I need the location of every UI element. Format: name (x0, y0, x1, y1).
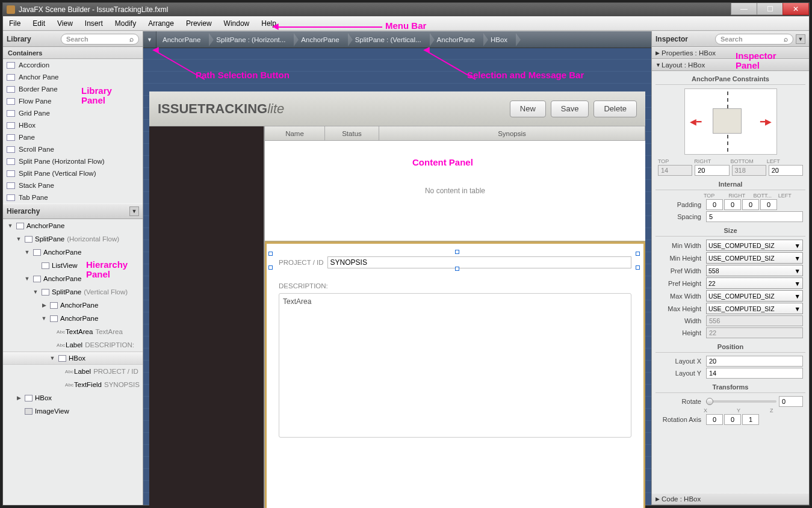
tree-row[interactable]: ▶AnchorPane (3, 299, 143, 312)
description-textarea[interactable]: TextArea (279, 293, 631, 438)
tree-row[interactable]: ▼AnchorPane (3, 219, 143, 232)
tree-row[interactable]: ▼AnchorPane (3, 246, 143, 259)
breadcrumb[interactable]: HBox (485, 31, 517, 48)
library-item[interactable]: Grid Pane (3, 107, 143, 119)
tree-row[interactable]: ▶HBox (3, 391, 143, 404)
hierarchy-tree: ▼AnchorPane▼SplitPane(Horizontal Flow)▼A… (3, 219, 143, 505)
inspector-search[interactable]: Search ⌕ (715, 34, 793, 45)
library-header: Library Search ⌕ (3, 31, 143, 47)
save-button[interactable]: Save (551, 101, 589, 117)
pref-height-combo[interactable]: 22▼ (706, 277, 803, 289)
position-title: Position (655, 341, 805, 353)
new-button[interactable]: New (510, 101, 546, 117)
menu-arrange[interactable]: Arrange (142, 17, 180, 29)
breadcrumb[interactable]: SplitPane : (Horizont... (210, 31, 295, 48)
rotz-input[interactable] (742, 414, 759, 425)
tree-row[interactable]: ListView (3, 259, 143, 272)
anchor-right-input[interactable] (695, 165, 729, 176)
size-title: Size (655, 225, 805, 237)
layoutx-input[interactable] (706, 356, 803, 367)
close-button[interactable]: ✕ (783, 3, 809, 15)
breadcrumb[interactable]: SplitPane : (Vertical... (349, 31, 431, 48)
column-status[interactable]: Status (325, 126, 379, 140)
library-item[interactable]: Flow Pane (3, 95, 143, 107)
library-item[interactable]: Anchor Pane (3, 71, 143, 83)
height-input (706, 327, 803, 338)
padding-top[interactable] (706, 199, 723, 210)
pref-width-combo[interactable]: 558▼ (706, 265, 803, 276)
library-item[interactable]: Border Pane (3, 83, 143, 95)
rotate-input[interactable] (779, 396, 803, 407)
anchor-top-input[interactable] (658, 165, 692, 176)
breadcrumb[interactable]: AnchorPane (431, 31, 485, 48)
padding-right[interactable] (724, 199, 741, 210)
menu-modify[interactable]: Modify (109, 17, 142, 29)
tree-row[interactable]: ▼AnchorPane (3, 272, 143, 285)
internal-title: Internal (655, 179, 805, 190)
library-section-containers[interactable]: Containers (3, 47, 143, 59)
delete-button[interactable]: Delete (594, 101, 637, 117)
menu-help[interactable]: Help (255, 17, 282, 29)
menu-preview[interactable]: Preview (180, 17, 218, 29)
library-item[interactable]: HBox (3, 119, 143, 131)
library-item[interactable]: Stack Pane (3, 179, 143, 191)
maximize-button[interactable]: ☐ (757, 3, 783, 15)
inspector-menu-button[interactable]: ▼ (796, 34, 805, 44)
rotate-slider[interactable] (706, 400, 776, 403)
column-synopsis[interactable]: Synopsis (379, 126, 645, 140)
menu-view[interactable]: View (51, 17, 79, 29)
code-accordion[interactable]: ▶Code : HBox (652, 493, 809, 505)
tree-row[interactable]: AbcTextAreaTextArea (3, 325, 143, 338)
library-title: Library (7, 35, 31, 43)
hbox-selection[interactable]: PROJECT / ID DESCRIPTION: TextArea (265, 242, 645, 508)
transforms-title: Transforms (655, 382, 805, 393)
titlebar[interactable]: JavaFX Scene Builder - IssueTrackingLite… (3, 3, 809, 16)
tree-row[interactable]: AbcLabelDESCRIPTION: (3, 338, 143, 352)
library-item[interactable]: Tab Pane (3, 191, 143, 203)
menu-edit[interactable]: Edit (26, 17, 51, 29)
library-item[interactable]: Split Pane (Vertical Flow) (3, 167, 143, 179)
path-selection-button[interactable]: ▼ (143, 31, 157, 48)
search-placeholder: Search (66, 36, 88, 43)
anchor-left-input[interactable] (769, 165, 803, 176)
menu-file[interactable]: File (3, 17, 26, 29)
tree-row[interactable]: ▼HBox (3, 352, 143, 365)
anchor-constraint-box[interactable]: ◀━ ━▶ (684, 88, 777, 155)
library-item[interactable]: Split Pane (Horizontal Flow) (3, 155, 143, 167)
column-name[interactable]: Name (265, 126, 325, 140)
tree-row[interactable]: ▼AnchorPane (3, 312, 143, 325)
padding-bottom[interactable] (742, 199, 759, 210)
min-height-combo[interactable]: USE_COMPUTED_SIZ▼ (706, 252, 803, 264)
library-item[interactable]: Accordion (3, 59, 143, 71)
library-item[interactable]: Scroll Pane (3, 143, 143, 155)
max-width-combo[interactable]: USE_COMPUTED_SIZ▼ (706, 290, 803, 302)
max-height-combo[interactable]: USE_COMPUTED_SIZ▼ (706, 303, 803, 314)
minimize-button[interactable]: — (731, 3, 757, 15)
anchor-bottom-input[interactable] (732, 165, 766, 176)
rotx-input[interactable] (706, 414, 723, 425)
min-width-combo[interactable]: USE_COMPUTED_SIZ▼ (706, 240, 803, 251)
synopsis-field[interactable] (327, 256, 631, 268)
layouty-input[interactable] (706, 368, 803, 379)
padding-left[interactable] (760, 199, 777, 210)
tree-row[interactable]: ImageView (3, 404, 143, 418)
breadcrumb[interactable]: AnchorPane (157, 31, 210, 48)
menu-insert[interactable]: Insert (79, 17, 109, 29)
menu-window[interactable]: Window (218, 17, 256, 29)
list-view[interactable] (149, 126, 265, 508)
width-input (706, 315, 803, 326)
content-panel[interactable]: ISSUETRACKINGlite New Save Delete Name (143, 48, 651, 505)
breadcrumb[interactable]: AnchorPane (295, 31, 349, 48)
tree-row[interactable]: AbcLabelPROJECT / ID (3, 365, 143, 378)
tree-row[interactable]: ▼SplitPane(Horizontal Flow) (3, 232, 143, 246)
properties-accordion[interactable]: ▶Properties : HBox (652, 47, 809, 59)
hierarchy-menu-button[interactable]: ▼ (129, 206, 139, 216)
tree-row[interactable]: AbcTextFieldSYNOPSIS (3, 378, 143, 391)
layout-accordion[interactable]: ▼Layout : HBox (652, 59, 809, 71)
library-item[interactable]: Pane (3, 131, 143, 143)
tree-row[interactable]: ▼SplitPane(Vertical Flow) (3, 285, 143, 299)
spacing-input[interactable] (706, 211, 803, 222)
roty-input[interactable] (724, 414, 741, 425)
library-search[interactable]: Search ⌕ (61, 34, 139, 45)
window-title: JavaFX Scene Builder - IssueTrackingLite… (19, 5, 168, 14)
